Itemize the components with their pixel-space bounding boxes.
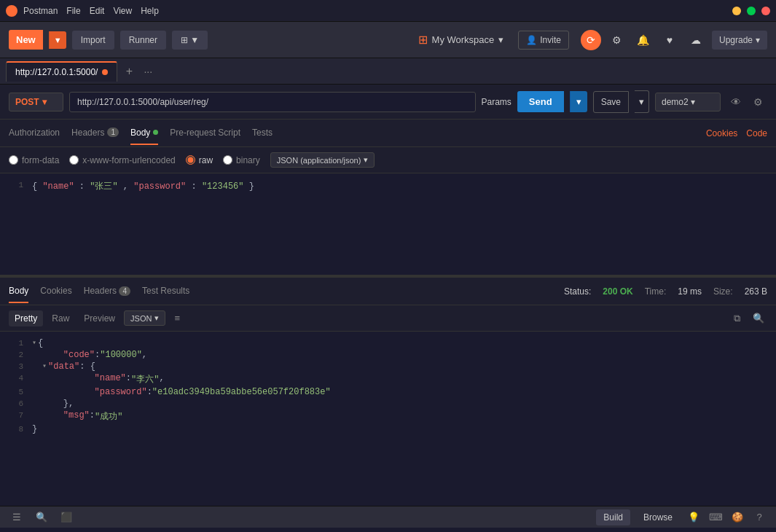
- send-dropdown-button[interactable]: ▾: [570, 91, 587, 112]
- response-section: Body Cookies Headers 4 Test Results Stat…: [0, 278, 776, 506]
- search-icon[interactable]: 🔍: [750, 310, 767, 327]
- res-tab-cookies-label: Cookies: [40, 286, 71, 296]
- json-chevron: ▾: [364, 155, 368, 165]
- wrap-lines-icon[interactable]: ≡: [168, 310, 186, 327]
- fork-button[interactable]: ⊞ ▼: [172, 31, 208, 50]
- main-toolbar: New ▼ Import Runner ⊞ ▼ ⊞ My Workspace ▾…: [0, 22, 776, 58]
- tab-body[interactable]: Body: [130, 122, 158, 145]
- menu-file[interactable]: File: [66, 6, 80, 16]
- request-body-editor[interactable]: 1 { "name" : "张三" , "password" : "123456…: [0, 173, 776, 275]
- line-number-1: 1: [6, 180, 23, 189]
- form-data-label: form-data: [22, 155, 59, 165]
- menu-help[interactable]: Help: [141, 6, 159, 16]
- tab-modified-dot: [102, 69, 108, 75]
- radio-binary[interactable]: binary: [223, 155, 260, 165]
- status-value: 200 OK: [603, 286, 632, 297]
- res-line-6: 6 },: [0, 398, 776, 410]
- more-tabs-button[interactable]: ···: [144, 66, 152, 77]
- new-dropdown-button[interactable]: ▼: [49, 31, 66, 49]
- alert-icon[interactable]: 🔔: [633, 30, 654, 50]
- line-content-1: { "name" : "张三" , "password" : "123456" …: [32, 180, 254, 192]
- sidebar-toggle-icon[interactable]: ☰: [9, 509, 25, 525]
- tab-url: http://127.0.0.1:5000/: [15, 67, 98, 77]
- cloud-icon[interactable]: ☁: [686, 30, 706, 50]
- res-tab-headers[interactable]: Headers 4: [84, 280, 130, 303]
- new-button[interactable]: New: [9, 30, 43, 50]
- json-type-select[interactable]: JSON (application/json) ▾: [270, 152, 375, 168]
- res-tab-body[interactable]: Body: [9, 280, 28, 303]
- browse-button[interactable]: Browse: [636, 509, 680, 525]
- settings2-icon[interactable]: ⚙: [748, 93, 767, 112]
- heart-icon[interactable]: ♥: [659, 30, 680, 50]
- search-bottom-icon[interactable]: 🔍: [34, 509, 50, 525]
- environment-select[interactable]: demo2 ▾: [655, 93, 721, 112]
- response-json-select[interactable]: JSON ▾: [124, 310, 165, 326]
- res-line-num-7: 7: [6, 410, 23, 420]
- lightbulb-icon[interactable]: 💡: [686, 509, 702, 525]
- import-button[interactable]: Import: [72, 31, 114, 50]
- res-tab-test-results[interactable]: Test Results: [142, 280, 189, 303]
- tab-headers-label: Headers: [71, 128, 104, 138]
- menu-bar: File Edit View Help: [66, 6, 159, 16]
- collapse-arrow-3[interactable]: ▾: [42, 361, 47, 370]
- settings-icon[interactable]: ⚙: [607, 30, 627, 50]
- save-button[interactable]: Save: [593, 91, 629, 113]
- request-tab[interactable]: http://127.0.0.1:5000/: [6, 61, 117, 82]
- tab-bar: http://127.0.0.1:5000/ + ···: [0, 58, 776, 85]
- res-tab-cookies[interactable]: Cookies: [40, 280, 71, 303]
- response-status: Status: 200 OK Time: 19 ms Size: 263 B: [564, 286, 767, 297]
- cookies-link[interactable]: Cookies: [706, 128, 737, 138]
- tab-tests[interactable]: Tests: [252, 122, 273, 145]
- res-line-7: 7 "msg" : "成功": [0, 410, 776, 423]
- res-line-num-5: 5: [6, 387, 23, 396]
- tab-prerequest[interactable]: Pre-request Script: [170, 122, 240, 145]
- view-pretty-button[interactable]: Pretty: [9, 310, 43, 326]
- console-icon[interactable]: ⬛: [58, 509, 74, 525]
- build-button[interactable]: Build: [596, 509, 630, 525]
- cookie-icon[interactable]: 🍪: [729, 509, 745, 525]
- params-button[interactable]: Params: [482, 97, 512, 107]
- menu-edit[interactable]: Edit: [90, 6, 105, 16]
- time-value: 19 ms: [678, 286, 702, 297]
- main-layout: http://127.0.0.1:5000/ + ··· POST ▾ Para…: [0, 58, 776, 506]
- upgrade-button[interactable]: Upgrade ▾: [712, 31, 767, 50]
- eye-icon[interactable]: 👁: [726, 93, 745, 112]
- res-headers-badge: 4: [119, 286, 130, 296]
- request-area: POST ▾ Params Send ▾ Save ▾ demo2 ▾ 👁 ⚙ …: [0, 85, 776, 278]
- radio-urlencoded[interactable]: x-www-form-urlencoded: [69, 155, 175, 165]
- code-link[interactable]: Code: [746, 128, 767, 138]
- keyboard-icon[interactable]: ⌨: [708, 509, 724, 525]
- sync-icon[interactable]: ⟳: [581, 30, 601, 50]
- tab-authorization[interactable]: Authorization: [9, 122, 60, 145]
- tab-headers[interactable]: Headers 1: [71, 122, 119, 145]
- workspace-selector[interactable]: ⊞ My Workspace ▾: [409, 28, 513, 51]
- app-logo: [6, 5, 17, 17]
- status-label: Status:: [564, 286, 591, 297]
- minimize-button[interactable]: [732, 7, 741, 15]
- runner-button[interactable]: Runner: [120, 31, 166, 50]
- method-select[interactable]: POST ▾: [9, 93, 63, 112]
- invite-button[interactable]: 👤 Invite: [518, 31, 569, 50]
- collapse-arrow-1[interactable]: ▾: [32, 338, 36, 347]
- view-raw-button[interactable]: Raw: [46, 310, 75, 326]
- radio-form-data[interactable]: form-data: [9, 155, 59, 165]
- response-json-label: JSON: [130, 314, 152, 323]
- toolbar-icon-group: ⟳ ⚙ 🔔 ♥ ☁: [581, 30, 706, 50]
- save-dropdown-button[interactable]: ▾: [635, 90, 649, 113]
- view-preview-button[interactable]: Preview: [78, 310, 121, 326]
- help-icon[interactable]: ?: [751, 509, 767, 525]
- radio-raw[interactable]: raw: [186, 155, 213, 165]
- urlencoded-label: x-www-form-urlencoded: [82, 155, 175, 165]
- maximize-button[interactable]: [747, 7, 756, 15]
- body-active-dot: [153, 130, 158, 135]
- menu-view[interactable]: View: [113, 6, 132, 16]
- res-line-num-3: 3: [6, 361, 23, 371]
- copy-icon[interactable]: ⧉: [728, 310, 745, 327]
- close-button[interactable]: [761, 7, 770, 15]
- window-controls: [732, 7, 770, 15]
- add-tab-button[interactable]: +: [120, 63, 138, 80]
- response-tabs: Body Cookies Headers 4 Test Results Stat…: [0, 278, 776, 305]
- send-button[interactable]: Send: [517, 91, 564, 112]
- headers-badge: 1: [107, 128, 119, 137]
- url-input[interactable]: [69, 92, 476, 112]
